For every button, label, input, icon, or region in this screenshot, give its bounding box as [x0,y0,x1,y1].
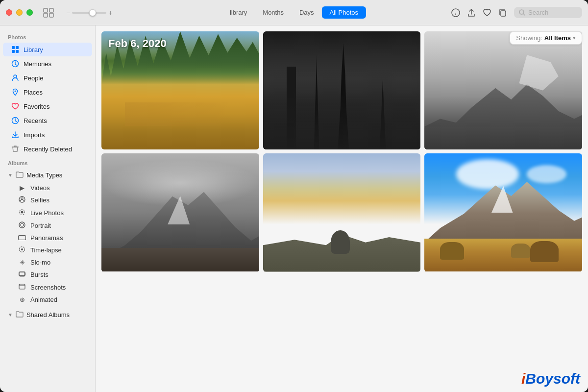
places-icon [11,88,20,97]
svg-rect-12 [16,50,19,53]
sidebar-item-library[interactable]: Library [3,43,92,56]
selfies-icon [18,196,26,204]
traffic-lights [6,9,33,16]
sidebar-item-places[interactable]: Places [3,85,92,99]
search-icon [519,9,525,16]
watermark-boysoft: Boysoft [525,370,580,387]
selfies-label: Selfies [30,196,49,204]
zoom-out-icon[interactable]: − [66,9,70,17]
svg-rect-6 [501,11,506,16]
svg-rect-3 [49,13,53,17]
search-input[interactable] [528,9,577,16]
showing-badge[interactable]: Showing: All Items ▾ [510,31,582,45]
sidebar-item-recently-deleted[interactable]: Recently Deleted [3,142,92,156]
sidebar-item-recents[interactable]: Recents [3,114,92,127]
screenshots-icon [18,283,26,292]
share-icon[interactable] [467,8,476,17]
svg-point-18 [21,198,23,200]
sidebar-item-live-photos[interactable]: Live Photos [3,207,92,219]
sidebar-item-portrait[interactable]: Portrait [3,220,92,232]
sidebar-item-slomo[interactable]: ✳ Slo-mo [3,257,92,268]
nav-tabs-container: library Months Days All Photos [222,6,366,19]
timelapse-label: Time-lapse [30,246,62,254]
svg-point-22 [21,223,24,226]
shared-albums-folder-icon [16,311,24,319]
svg-rect-10 [16,46,19,49]
zoom-in-icon[interactable]: + [108,9,112,17]
recents-label: Recents [24,117,47,124]
slider-track[interactable] [72,12,106,14]
sidebar-item-selfies[interactable]: Selfies [3,194,92,206]
photo-cell-5[interactable] [263,153,421,271]
sidebar-item-panoramas[interactable]: Panoramas [3,232,92,244]
showing-chevron: ▾ [573,35,576,41]
copy-icon[interactable] [498,8,507,17]
showing-prefix: Showing: [516,34,542,42]
maximize-button[interactable] [26,9,33,16]
view-toggle-icon[interactable] [41,6,56,20]
live-photos-icon [18,209,26,217]
sidebar-item-animated[interactable]: ⊛ Animated [3,294,92,305]
minimize-button[interactable] [16,9,23,16]
panoramas-icon [18,234,26,242]
media-types-group[interactable]: ▼ Media Types [3,169,92,182]
photo-cell-6[interactable] [424,153,582,271]
library-label: Library [24,46,43,53]
heart-icon[interactable] [483,8,491,17]
recently-deleted-label: Recently Deleted [24,146,72,153]
animated-icon: ⊛ [18,296,26,303]
sidebar-item-bursts[interactable]: Bursts [3,269,92,281]
sidebar-item-screenshots[interactable]: Screenshots [3,281,92,294]
titlebar: − + library Months Days All Photos i [0,0,588,25]
main-content: Photos Library [0,25,588,392]
slider-thumb[interactable] [89,9,96,16]
tab-years[interactable]: library [222,6,255,19]
tab-all-photos[interactable]: All Photos [322,6,367,19]
sidebar-item-imports[interactable]: Imports [3,128,92,142]
zoom-slider[interactable]: − + [66,9,112,17]
search-box[interactable] [514,7,582,18]
shared-albums-group[interactable]: ▼ Shared Albums [3,308,92,321]
live-photos-label: Live Photos [30,209,64,217]
sidebar-item-people[interactable]: People [3,71,92,85]
people-icon [11,74,20,82]
sidebar-item-memories[interactable]: Memories [3,57,92,71]
media-types-chevron: ▼ [8,172,13,178]
sidebar-item-favorites[interactable]: Favorites [3,99,92,113]
portrait-icon [18,221,26,230]
watermark-text: iBoysoft [521,370,580,387]
timelapse-icon [18,246,26,254]
photo-area: Showing: All Items ▾ [96,25,588,392]
svg-rect-1 [49,8,53,12]
svg-point-15 [15,91,16,92]
photo-row-1: Feb 6, 2020 [101,31,582,149]
sidebar-item-timelapse[interactable]: Time-lapse [3,244,92,256]
sidebar-item-videos[interactable]: ▶ Videos [3,182,92,194]
svg-point-25 [21,248,23,250]
favorites-label: Favorites [24,103,49,110]
bursts-label: Bursts [30,271,49,278]
svg-rect-2 [44,13,48,17]
photo-cell-4[interactable] [101,153,259,271]
svg-text:i: i [455,10,457,16]
tab-months[interactable]: Months [255,6,292,19]
media-types-label: Media Types [26,172,62,179]
imports-icon [11,130,20,139]
photo-cell-2[interactable] [263,31,421,149]
photos-section-label: Photos [0,30,95,42]
photo-cell-1[interactable]: Feb 6, 2020 [101,31,259,149]
albums-section-label: Albums [0,156,95,168]
showing-value: All Items [544,34,571,42]
photo-cell-3[interactable] [424,31,582,149]
svg-rect-28 [19,284,25,289]
shared-albums-label: Shared Albums [26,311,70,318]
photo-date-label: Feb 6, 2020 [108,37,167,50]
tab-days[interactable]: Days [292,6,322,19]
favorites-icon [11,102,20,111]
svg-point-19 [21,211,24,214]
recently-deleted-icon [11,145,20,153]
close-button[interactable] [6,9,12,16]
watermark: iBoysoft [514,366,588,392]
people-label: People [24,74,43,82]
info-icon[interactable]: i [451,8,460,17]
